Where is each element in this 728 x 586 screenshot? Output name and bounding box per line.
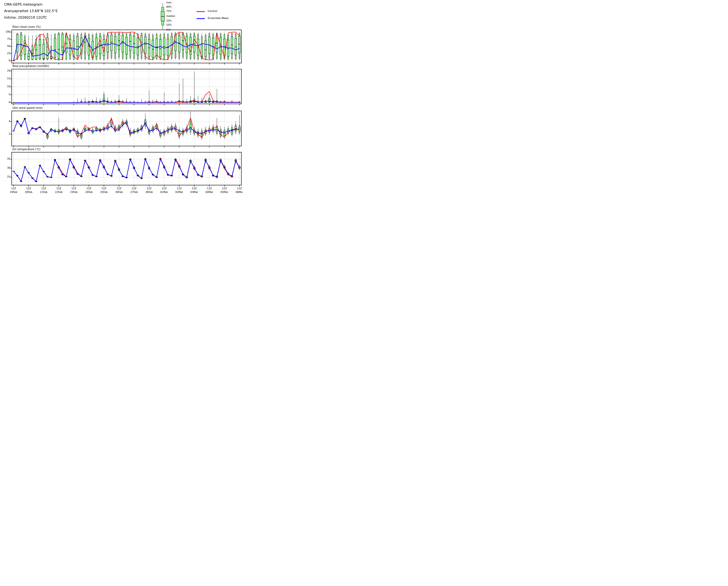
y-tick-label-temp: 25 <box>0 175 10 178</box>
x-tick-date: 06Mar <box>231 190 243 194</box>
y-tick-label-cloud: 75 <box>0 37 10 41</box>
y-tick-label-precip: 0 <box>0 101 10 104</box>
legend-entry-ensemble-mean: Ensemble Mean <box>208 17 229 20</box>
legend-label-max: max <box>166 1 172 4</box>
x-tick-label: 12Z06Mar <box>231 187 243 194</box>
ensemble-mean-line-swatch <box>197 18 205 19</box>
y-tick-label-wind: 2 <box>0 132 10 135</box>
y-tick-label-precip: 15 <box>0 77 10 80</box>
y-tick-label-precip: 20 <box>0 69 10 72</box>
station-subtitle: Aranyaprathet 13.69°N 102.5°E <box>4 8 58 15</box>
y-tick-label-precip: 10 <box>0 85 10 88</box>
meteogram-page: CMA-GEPS meteogram Aranyaprathet 13.69°N… <box>0 0 243 196</box>
panel-title-temp: 2m temperature (℃) <box>12 148 41 151</box>
legend-entry-control: Control <box>208 9 217 12</box>
panel-title-precip: Total precipitation (mm/6h) <box>12 65 49 68</box>
legend-label-25: 25% <box>166 19 172 22</box>
legend-label-median: median <box>166 15 175 18</box>
panel-wind <box>10 111 241 148</box>
y-tick-label-cloud: 25 <box>0 52 10 55</box>
chart-canvas <box>0 0 243 196</box>
legend-label-10: 10% <box>166 23 172 26</box>
page-title: CMA-GEPS meteogram <box>4 1 58 8</box>
legend-boxplot-glyph <box>161 3 165 30</box>
legend-label-75: 75% <box>166 10 172 12</box>
panel-cloud <box>10 30 241 65</box>
panel-temp <box>10 152 241 186</box>
panel-title-wind: 10m wind speed (m/s) <box>12 106 43 109</box>
panel-precip <box>10 69 241 105</box>
header: CMA-GEPS meteogram Aranyaprathet 13.69°N… <box>4 1 58 21</box>
y-tick-label-cloud: 50 <box>0 45 10 48</box>
y-tick-label-temp: 35 <box>0 157 10 160</box>
y-tick-label-precip: 5 <box>0 93 10 96</box>
y-tick-label-cloud: 100 <box>0 30 10 33</box>
legend-label-min: min <box>166 28 171 31</box>
y-tick-label-cloud: 0 <box>0 59 10 62</box>
legend-label-90: 90% <box>166 5 172 8</box>
y-tick-label-temp: 30 <box>0 167 10 169</box>
control-line-swatch <box>197 11 205 12</box>
init-time: Initime: 20260219 12UTC <box>4 15 58 21</box>
panel-title-cloud: Total cloud cover (%) <box>12 25 41 28</box>
x-tick-hour: 12Z <box>231 187 243 190</box>
y-tick-label-wind: 4 <box>0 120 10 123</box>
